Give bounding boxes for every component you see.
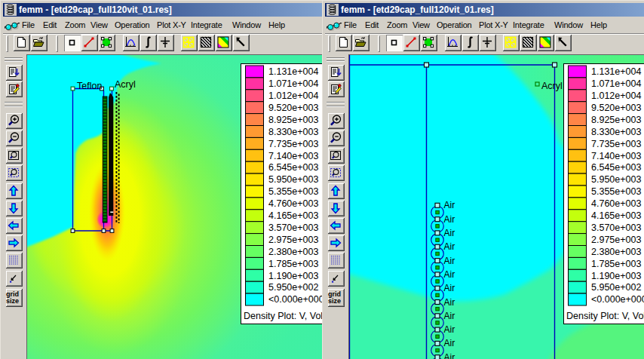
svg-text:5.355e+003: 5.355e+003 xyxy=(268,186,318,197)
svg-text:6.545e+003: 6.545e+003 xyxy=(268,162,318,173)
svg-text:Air: Air xyxy=(444,338,455,348)
svg-text:4.165e+003: 4.165e+003 xyxy=(591,210,641,221)
svg-text:8.330e+003: 8.330e+003 xyxy=(591,127,641,137)
svg-text:Density Plot: V, Volts: Density Plot: V, Volts xyxy=(566,311,644,321)
svg-text:4.760e+003: 4.760e+003 xyxy=(268,198,318,209)
svg-text:<0.000e+000: <0.000e+000 xyxy=(268,294,324,305)
svg-text:Density Plot: V, Volts: Density Plot: V, Volts xyxy=(244,311,330,321)
svg-text:Air: Air xyxy=(444,241,455,252)
svg-text:1.190e+003: 1.190e+003 xyxy=(591,271,641,281)
svg-text:Air: Air xyxy=(444,228,455,238)
svg-text:Air: Air xyxy=(444,352,455,359)
svg-text:8.330e+003: 8.330e+003 xyxy=(268,127,318,137)
svg-text:1.071e+004: 1.071e+004 xyxy=(591,78,641,89)
svg-text:1.131e+004: 1.131e+004 xyxy=(591,66,641,77)
svg-text:Acryl: Acryl xyxy=(115,79,136,90)
svg-text:1.071e+004: 1.071e+004 xyxy=(268,78,318,89)
svg-text:9.520e+003: 9.520e+003 xyxy=(591,103,641,113)
svg-text:8.925e+003: 8.925e+003 xyxy=(591,115,641,125)
svg-text:3.570e+003: 3.570e+003 xyxy=(591,222,641,233)
svg-text:Teflon: Teflon xyxy=(77,81,102,91)
svg-text:Air: Air xyxy=(444,311,455,321)
svg-text:<0.000e+000: <0.000e+000 xyxy=(591,294,644,305)
svg-text:3.570e+003: 3.570e+003 xyxy=(268,222,318,233)
svg-text:2.380e+003: 2.380e+003 xyxy=(591,247,641,257)
svg-text:Air: Air xyxy=(444,200,455,210)
svg-text:7.735e+003: 7.735e+003 xyxy=(268,139,318,149)
svg-text:5.950e+003: 5.950e+003 xyxy=(591,174,641,185)
svg-text:Air: Air xyxy=(444,324,455,335)
svg-text:Air: Air xyxy=(444,297,455,308)
svg-text:9.520e+003: 9.520e+003 xyxy=(268,103,318,113)
svg-text:5.950e+002: 5.950e+002 xyxy=(268,282,318,293)
svg-text:Acryl: Acryl xyxy=(541,81,563,91)
svg-text:1.190e+003: 1.190e+003 xyxy=(268,271,318,281)
svg-text:1.131e+004: 1.131e+004 xyxy=(268,66,318,77)
svg-text:Air: Air xyxy=(444,269,455,280)
svg-text:2.975e+003: 2.975e+003 xyxy=(268,235,318,245)
svg-text:1.012e+004: 1.012e+004 xyxy=(591,91,641,101)
svg-text:5.355e+003: 5.355e+003 xyxy=(591,186,641,197)
svg-text:7.140e+003: 7.140e+003 xyxy=(591,151,641,161)
svg-text:8.925e+003: 8.925e+003 xyxy=(268,115,318,125)
svg-text:Air: Air xyxy=(444,256,455,266)
svg-text:Air: Air xyxy=(444,214,455,225)
svg-text:4.760e+003: 4.760e+003 xyxy=(591,198,641,209)
svg-text:5.950e+003: 5.950e+003 xyxy=(268,174,318,185)
svg-text:1.785e+003: 1.785e+003 xyxy=(268,259,318,269)
svg-text:5.950e+002: 5.950e+002 xyxy=(591,282,641,293)
svg-text:4.165e+003: 4.165e+003 xyxy=(268,210,318,221)
svg-text:2.380e+003: 2.380e+003 xyxy=(268,247,318,257)
svg-text:7.140e+003: 7.140e+003 xyxy=(268,151,318,161)
svg-text:6.545e+003: 6.545e+003 xyxy=(591,162,641,173)
svg-text:Air: Air xyxy=(444,283,455,293)
svg-text:2.975e+003: 2.975e+003 xyxy=(591,235,641,245)
svg-text:1.785e+003: 1.785e+003 xyxy=(591,259,641,269)
svg-text:1.012e+004: 1.012e+004 xyxy=(268,91,318,101)
svg-text:7.735e+003: 7.735e+003 xyxy=(591,139,641,149)
